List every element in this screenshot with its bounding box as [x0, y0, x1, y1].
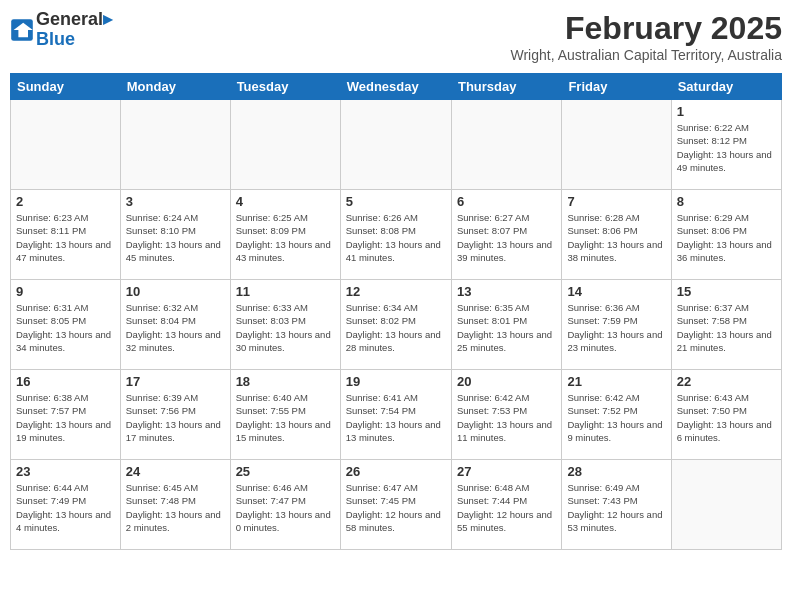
calendar-cell: 6Sunrise: 6:27 AM Sunset: 8:07 PM Daylig… [451, 190, 561, 280]
location-title: Wright, Australian Capital Territory, Au… [510, 47, 782, 63]
day-info: Sunrise: 6:32 AM Sunset: 8:04 PM Dayligh… [126, 301, 225, 354]
day-number: 22 [677, 374, 776, 389]
calendar-cell: 16Sunrise: 6:38 AM Sunset: 7:57 PM Dayli… [11, 370, 121, 460]
calendar-cell: 2Sunrise: 6:23 AM Sunset: 8:11 PM Daylig… [11, 190, 121, 280]
day-number: 20 [457, 374, 556, 389]
calendar-cell: 7Sunrise: 6:28 AM Sunset: 8:06 PM Daylig… [562, 190, 671, 280]
weekday-header: Wednesday [340, 74, 451, 100]
day-number: 4 [236, 194, 335, 209]
calendar-cell: 27Sunrise: 6:48 AM Sunset: 7:44 PM Dayli… [451, 460, 561, 550]
day-info: Sunrise: 6:24 AM Sunset: 8:10 PM Dayligh… [126, 211, 225, 264]
day-number: 12 [346, 284, 446, 299]
calendar-cell: 22Sunrise: 6:43 AM Sunset: 7:50 PM Dayli… [671, 370, 781, 460]
weekday-header: Sunday [11, 74, 121, 100]
calendar-cell [120, 100, 230, 190]
calendar-cell [451, 100, 561, 190]
day-info: Sunrise: 6:31 AM Sunset: 8:05 PM Dayligh… [16, 301, 115, 354]
weekday-header: Saturday [671, 74, 781, 100]
day-number: 10 [126, 284, 225, 299]
day-number: 26 [346, 464, 446, 479]
month-title: February 2025 [510, 10, 782, 47]
day-number: 28 [567, 464, 665, 479]
calendar-cell: 5Sunrise: 6:26 AM Sunset: 8:08 PM Daylig… [340, 190, 451, 280]
calendar-cell: 18Sunrise: 6:40 AM Sunset: 7:55 PM Dayli… [230, 370, 340, 460]
day-number: 15 [677, 284, 776, 299]
calendar-cell: 8Sunrise: 6:29 AM Sunset: 8:06 PM Daylig… [671, 190, 781, 280]
day-number: 6 [457, 194, 556, 209]
calendar-cell: 24Sunrise: 6:45 AM Sunset: 7:48 PM Dayli… [120, 460, 230, 550]
day-number: 5 [346, 194, 446, 209]
day-info: Sunrise: 6:41 AM Sunset: 7:54 PM Dayligh… [346, 391, 446, 444]
calendar-cell [230, 100, 340, 190]
day-info: Sunrise: 6:35 AM Sunset: 8:01 PM Dayligh… [457, 301, 556, 354]
calendar-cell: 28Sunrise: 6:49 AM Sunset: 7:43 PM Dayli… [562, 460, 671, 550]
day-number: 3 [126, 194, 225, 209]
day-info: Sunrise: 6:33 AM Sunset: 8:03 PM Dayligh… [236, 301, 335, 354]
calendar-cell: 14Sunrise: 6:36 AM Sunset: 7:59 PM Dayli… [562, 280, 671, 370]
calendar-cell: 20Sunrise: 6:42 AM Sunset: 7:53 PM Dayli… [451, 370, 561, 460]
day-info: Sunrise: 6:22 AM Sunset: 8:12 PM Dayligh… [677, 121, 776, 174]
day-info: Sunrise: 6:48 AM Sunset: 7:44 PM Dayligh… [457, 481, 556, 534]
day-info: Sunrise: 6:47 AM Sunset: 7:45 PM Dayligh… [346, 481, 446, 534]
calendar-cell: 13Sunrise: 6:35 AM Sunset: 8:01 PM Dayli… [451, 280, 561, 370]
calendar-cell: 25Sunrise: 6:46 AM Sunset: 7:47 PM Dayli… [230, 460, 340, 550]
day-info: Sunrise: 6:42 AM Sunset: 7:53 PM Dayligh… [457, 391, 556, 444]
calendar-cell: 10Sunrise: 6:32 AM Sunset: 8:04 PM Dayli… [120, 280, 230, 370]
calendar-cell: 3Sunrise: 6:24 AM Sunset: 8:10 PM Daylig… [120, 190, 230, 280]
day-number: 2 [16, 194, 115, 209]
day-info: Sunrise: 6:34 AM Sunset: 8:02 PM Dayligh… [346, 301, 446, 354]
day-number: 7 [567, 194, 665, 209]
day-info: Sunrise: 6:26 AM Sunset: 8:08 PM Dayligh… [346, 211, 446, 264]
day-info: Sunrise: 6:23 AM Sunset: 8:11 PM Dayligh… [16, 211, 115, 264]
calendar-cell: 23Sunrise: 6:44 AM Sunset: 7:49 PM Dayli… [11, 460, 121, 550]
calendar-cell: 12Sunrise: 6:34 AM Sunset: 8:02 PM Dayli… [340, 280, 451, 370]
weekday-header: Friday [562, 74, 671, 100]
day-info: Sunrise: 6:37 AM Sunset: 7:58 PM Dayligh… [677, 301, 776, 354]
day-number: 1 [677, 104, 776, 119]
calendar-cell: 15Sunrise: 6:37 AM Sunset: 7:58 PM Dayli… [671, 280, 781, 370]
day-number: 27 [457, 464, 556, 479]
calendar-cell: 4Sunrise: 6:25 AM Sunset: 8:09 PM Daylig… [230, 190, 340, 280]
day-info: Sunrise: 6:49 AM Sunset: 7:43 PM Dayligh… [567, 481, 665, 534]
day-info: Sunrise: 6:29 AM Sunset: 8:06 PM Dayligh… [677, 211, 776, 264]
logo-icon [10, 18, 34, 42]
day-info: Sunrise: 6:25 AM Sunset: 8:09 PM Dayligh… [236, 211, 335, 264]
calendar-table: SundayMondayTuesdayWednesdayThursdayFrid… [10, 73, 782, 550]
calendar-cell: 19Sunrise: 6:41 AM Sunset: 7:54 PM Dayli… [340, 370, 451, 460]
day-number: 23 [16, 464, 115, 479]
calendar-cell: 26Sunrise: 6:47 AM Sunset: 7:45 PM Dayli… [340, 460, 451, 550]
day-number: 21 [567, 374, 665, 389]
day-info: Sunrise: 6:39 AM Sunset: 7:56 PM Dayligh… [126, 391, 225, 444]
calendar-cell: 21Sunrise: 6:42 AM Sunset: 7:52 PM Dayli… [562, 370, 671, 460]
weekday-header: Tuesday [230, 74, 340, 100]
calendar-cell [340, 100, 451, 190]
day-number: 13 [457, 284, 556, 299]
logo: General▸ Blue [10, 10, 112, 50]
day-number: 14 [567, 284, 665, 299]
day-info: Sunrise: 6:40 AM Sunset: 7:55 PM Dayligh… [236, 391, 335, 444]
day-info: Sunrise: 6:44 AM Sunset: 7:49 PM Dayligh… [16, 481, 115, 534]
calendar-cell [11, 100, 121, 190]
day-info: Sunrise: 6:38 AM Sunset: 7:57 PM Dayligh… [16, 391, 115, 444]
calendar-cell: 1Sunrise: 6:22 AM Sunset: 8:12 PM Daylig… [671, 100, 781, 190]
day-info: Sunrise: 6:46 AM Sunset: 7:47 PM Dayligh… [236, 481, 335, 534]
day-number: 16 [16, 374, 115, 389]
day-info: Sunrise: 6:36 AM Sunset: 7:59 PM Dayligh… [567, 301, 665, 354]
day-number: 8 [677, 194, 776, 209]
day-info: Sunrise: 6:45 AM Sunset: 7:48 PM Dayligh… [126, 481, 225, 534]
weekday-header: Thursday [451, 74, 561, 100]
day-number: 19 [346, 374, 446, 389]
day-info: Sunrise: 6:43 AM Sunset: 7:50 PM Dayligh… [677, 391, 776, 444]
calendar-cell: 17Sunrise: 6:39 AM Sunset: 7:56 PM Dayli… [120, 370, 230, 460]
day-number: 11 [236, 284, 335, 299]
day-number: 18 [236, 374, 335, 389]
day-info: Sunrise: 6:27 AM Sunset: 8:07 PM Dayligh… [457, 211, 556, 264]
day-info: Sunrise: 6:28 AM Sunset: 8:06 PM Dayligh… [567, 211, 665, 264]
day-info: Sunrise: 6:42 AM Sunset: 7:52 PM Dayligh… [567, 391, 665, 444]
calendar-cell: 11Sunrise: 6:33 AM Sunset: 8:03 PM Dayli… [230, 280, 340, 370]
day-number: 24 [126, 464, 225, 479]
day-number: 25 [236, 464, 335, 479]
weekday-header: Monday [120, 74, 230, 100]
calendar-cell: 9Sunrise: 6:31 AM Sunset: 8:05 PM Daylig… [11, 280, 121, 370]
day-number: 17 [126, 374, 225, 389]
